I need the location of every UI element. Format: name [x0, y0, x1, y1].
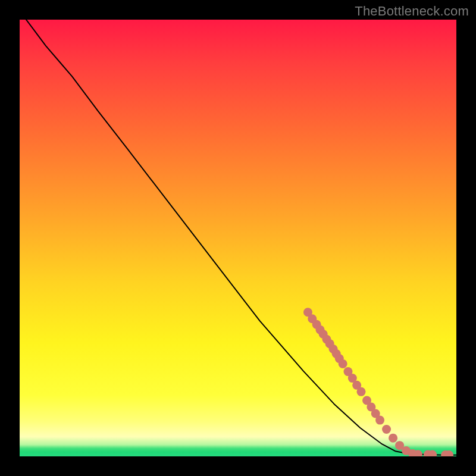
- curve-path: [20, 20, 456, 455]
- main-curve: [20, 20, 456, 455]
- data-dot: [375, 416, 384, 425]
- data-dots: [303, 308, 453, 456]
- data-dot: [339, 359, 347, 368]
- chart-frame: TheBottleneck.com: [0, 0, 476, 476]
- watermark-label: TheBottleneck.com: [355, 4, 469, 19]
- data-dot: [356, 387, 365, 396]
- chart-svg: [20, 20, 456, 456]
- data-dot: [389, 434, 397, 443]
- data-dot: [382, 425, 391, 434]
- plot-area: [20, 20, 456, 456]
